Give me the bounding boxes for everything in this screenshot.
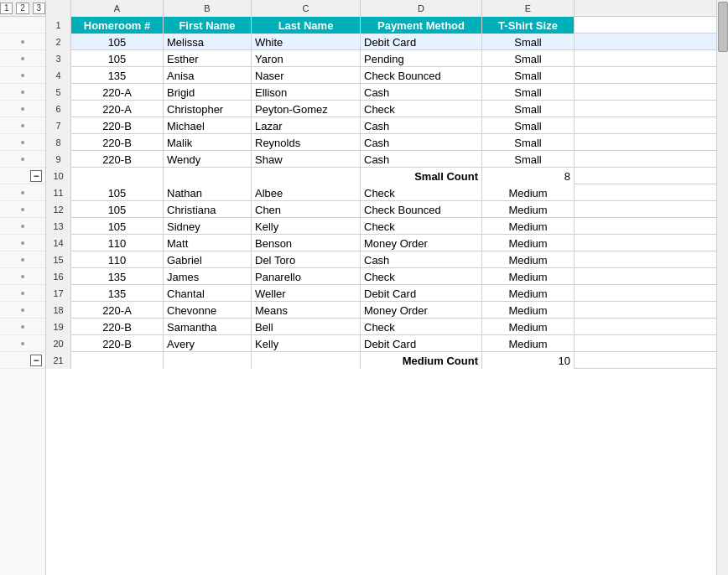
cell-r21-c3[interactable]: Medium Count xyxy=(361,352,482,369)
cell-r20-c2[interactable]: Kelly xyxy=(252,335,361,352)
cell-r11-c4[interactable]: Medium xyxy=(482,184,575,201)
cell-r2-c3[interactable]: Debit Card xyxy=(361,34,482,50)
header-lastname[interactable]: Last Name xyxy=(252,17,361,34)
cell-r5-c0[interactable]: 220-A xyxy=(71,84,164,101)
table-row[interactable]: 3105EstherYaronPendingSmall xyxy=(46,50,716,67)
cell-r2-c0[interactable]: 105 xyxy=(71,34,164,50)
cell-r11-c1[interactable]: Nathan xyxy=(164,184,252,201)
cell-r12-c1[interactable]: Christiana xyxy=(164,201,252,218)
table-row[interactable]: 5220-ABrigidEllisonCashSmall xyxy=(46,84,716,101)
col-header-e[interactable]: E xyxy=(482,0,575,17)
table-row[interactable]: 8220-BMalikReynoldsCashSmall xyxy=(46,134,716,151)
cell-r15-c4[interactable]: Medium xyxy=(482,251,575,268)
col-header-d[interactable]: D xyxy=(361,0,482,17)
cell-r18-c1[interactable]: Chevonne xyxy=(164,302,252,319)
cell-r21-c0[interactable] xyxy=(71,352,164,369)
col-header-a[interactable]: A xyxy=(71,0,164,17)
cell-r5-c3[interactable]: Cash xyxy=(361,84,482,101)
header-tshirt[interactable]: T-Shirt Size xyxy=(482,17,575,34)
cell-r18-c0[interactable]: 220-A xyxy=(71,302,164,319)
table-row[interactable]: 7220-BMichaelLazarCashSmall xyxy=(46,117,716,134)
cell-r17-c2[interactable]: Weller xyxy=(252,285,361,302)
cell-r7-c4[interactable]: Small xyxy=(482,117,575,134)
cell-r7-c3[interactable]: Cash xyxy=(361,117,482,134)
cell-r8-c0[interactable]: 220-B xyxy=(71,134,164,151)
cell-r8-c1[interactable]: Malik xyxy=(164,134,252,151)
table-row[interactable]: 11105NathanAlbeeCheckMedium xyxy=(46,184,716,201)
cell-r20-c0[interactable]: 220-B xyxy=(71,335,164,352)
cell-r2-c2[interactable]: White xyxy=(252,34,361,50)
cell-r6-c2[interactable]: Peyton-Gomez xyxy=(252,101,361,117)
table-row[interactable]: 16135JamesPanarelloCheckMedium xyxy=(46,268,716,285)
cell-r7-c0[interactable]: 220-B xyxy=(71,117,164,134)
cell-r19-c0[interactable]: 220-B xyxy=(71,319,164,335)
cell-r9-c3[interactable]: Cash xyxy=(361,151,482,168)
cell-r21-c2[interactable] xyxy=(252,352,361,369)
group-collapse-medium[interactable]: − xyxy=(30,355,42,366)
col-header-b[interactable]: B xyxy=(164,0,252,17)
cell-r16-c1[interactable]: James xyxy=(164,268,252,285)
table-row[interactable]: 2105MelissaWhiteDebit CardSmall xyxy=(46,34,716,50)
cell-r10-c1[interactable] xyxy=(164,168,252,184)
cell-r11-c2[interactable]: Albee xyxy=(252,184,361,201)
cell-r13-c0[interactable]: 105 xyxy=(71,218,164,235)
table-row[interactable]: 17135ChantalWellerDebit CardMedium xyxy=(46,285,716,302)
cell-r7-c1[interactable]: Michael xyxy=(164,117,252,134)
cell-r6-c4[interactable]: Small xyxy=(482,101,575,117)
cell-r6-c3[interactable]: Check xyxy=(361,101,482,117)
cell-r3-c4[interactable]: Small xyxy=(482,50,575,67)
cell-r8-c2[interactable]: Reynolds xyxy=(252,134,361,151)
group-level-1[interactable]: 1 xyxy=(0,3,13,14)
cell-r17-c3[interactable]: Debit Card xyxy=(361,285,482,302)
cell-r17-c0[interactable]: 135 xyxy=(71,285,164,302)
table-row[interactable]: 13105SidneyKellyCheckMedium xyxy=(46,218,716,235)
cell-r16-c0[interactable]: 135 xyxy=(71,268,164,285)
group-level-2[interactable]: 2 xyxy=(16,3,29,14)
cell-r9-c2[interactable]: Shaw xyxy=(252,151,361,168)
cell-r19-c4[interactable]: Medium xyxy=(482,319,575,335)
cell-r14-c3[interactable]: Money Order xyxy=(361,235,482,251)
cell-r18-c2[interactable]: Means xyxy=(252,302,361,319)
cell-r19-c3[interactable]: Check xyxy=(361,319,482,335)
cell-r16-c2[interactable]: Panarello xyxy=(252,268,361,285)
table-row[interactable]: 18220-AChevonneMeansMoney OrderMedium xyxy=(46,302,716,319)
cell-r3-c0[interactable]: 105 xyxy=(71,50,164,67)
table-row[interactable]: 9220-BWendyShawCashSmall xyxy=(46,151,716,168)
cell-r20-c3[interactable]: Debit Card xyxy=(361,335,482,352)
cell-r12-c2[interactable]: Chen xyxy=(252,201,361,218)
cell-r13-c3[interactable]: Check xyxy=(361,218,482,235)
table-row[interactable]: 14110MattBensonMoney OrderMedium xyxy=(46,235,716,251)
cell-r15-c3[interactable]: Cash xyxy=(361,251,482,268)
cell-r6-c1[interactable]: Christopher xyxy=(164,101,252,117)
cell-r2-c1[interactable]: Melissa xyxy=(164,34,252,50)
cell-r9-c0[interactable]: 220-B xyxy=(71,151,164,168)
col-header-c[interactable]: C xyxy=(252,0,361,17)
scrollbar-thumb[interactable] xyxy=(718,2,728,52)
cell-r4-c2[interactable]: Naser xyxy=(252,67,361,84)
cell-r10-c3[interactable]: Small Count xyxy=(361,168,482,184)
table-row[interactable]: 6220-AChristopherPeyton-GomezCheckSmall xyxy=(46,101,716,117)
cell-r16-c3[interactable]: Check xyxy=(361,268,482,285)
header-payment[interactable]: Payment Method xyxy=(361,17,482,34)
cell-r10-c0[interactable] xyxy=(71,168,164,184)
cell-r3-c1[interactable]: Esther xyxy=(164,50,252,67)
cell-r13-c4[interactable]: Medium xyxy=(482,218,575,235)
cell-r18-c4[interactable]: Medium xyxy=(482,302,575,319)
cell-r8-c4[interactable]: Small xyxy=(482,134,575,151)
cell-r3-c2[interactable]: Yaron xyxy=(252,50,361,67)
cell-r13-c2[interactable]: Kelly xyxy=(252,218,361,235)
cell-r3-c3[interactable]: Pending xyxy=(361,50,482,67)
cell-r9-c1[interactable]: Wendy xyxy=(164,151,252,168)
cell-r15-c0[interactable]: 110 xyxy=(71,251,164,268)
group-level-3[interactable]: 3 xyxy=(33,3,45,14)
vertical-scrollbar[interactable] xyxy=(716,0,728,575)
cell-r19-c1[interactable]: Samantha xyxy=(164,319,252,335)
header-homeroom[interactable]: Homeroom # xyxy=(71,17,164,34)
cell-r4-c0[interactable]: 135 xyxy=(71,67,164,84)
table-row[interactable]: 21Medium Count10 xyxy=(46,352,716,369)
cell-r20-c1[interactable]: Avery xyxy=(164,335,252,352)
cell-r12-c3[interactable]: Check Bounced xyxy=(361,201,482,218)
cell-r21-c1[interactable] xyxy=(164,352,252,369)
cell-r11-c3[interactable]: Check xyxy=(361,184,482,201)
cell-r18-c3[interactable]: Money Order xyxy=(361,302,482,319)
